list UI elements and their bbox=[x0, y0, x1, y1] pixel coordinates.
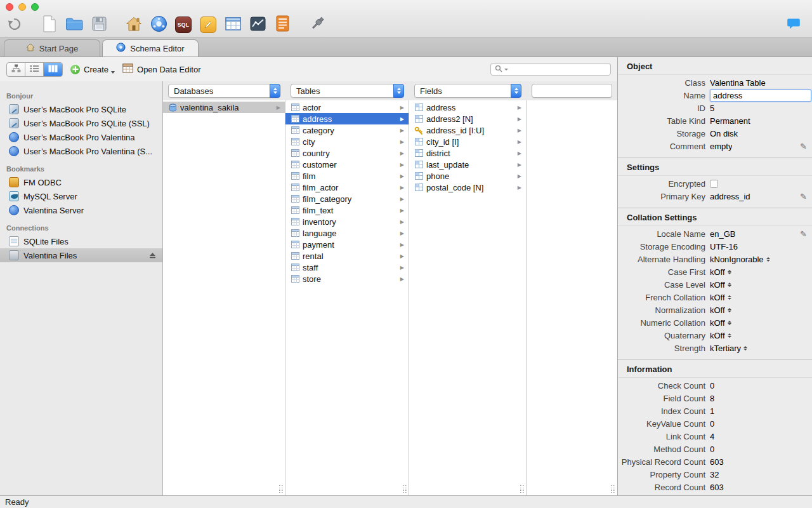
column-resize-grip[interactable] bbox=[520, 485, 525, 493]
sql-editor-button[interactable]: SQL bbox=[174, 15, 193, 35]
fields-dropdown[interactable]: Fields bbox=[414, 84, 521, 98]
sidebar-item-user-s-macbook-pro-sqlite[interactable]: User’s MacBook Pro SQLite bbox=[0, 102, 162, 116]
fields-row-phone[interactable]: phone▶ bbox=[409, 170, 526, 182]
inspector-row-value-area: 603 bbox=[710, 483, 724, 492]
inspector-row-label: Link Count bbox=[618, 432, 705, 441]
save-button[interactable] bbox=[89, 15, 108, 35]
databases-dropdown[interactable]: Databases bbox=[168, 84, 280, 98]
object-inspector: ObjectClassValentina TableNameID5Table K… bbox=[617, 57, 812, 495]
table-icon bbox=[291, 241, 299, 249]
inspector-row-value-area: kNonIgnorable bbox=[710, 255, 770, 264]
field-icon bbox=[414, 172, 423, 180]
fields-row-address2-n[interactable]: address2 [N]▶ bbox=[409, 113, 526, 124]
close-window-button[interactable] bbox=[6, 3, 13, 11]
tables-row-payment[interactable]: payment▶ bbox=[285, 239, 409, 250]
tables-row-category[interactable]: category▶ bbox=[285, 124, 409, 136]
list-view-button[interactable] bbox=[25, 63, 44, 76]
select-stepper-icon[interactable] bbox=[728, 295, 731, 300]
sidebar-item-user-s-macbook-pro-sqlite-ssl[interactable]: User’s MacBook Pro SQLite (SSL) bbox=[0, 116, 162, 130]
tables-row-country[interactable]: country▶ bbox=[285, 147, 409, 159]
select-stepper-icon[interactable] bbox=[728, 270, 731, 274]
inspector-row-value-area: kOff bbox=[710, 305, 731, 315]
tables-row-address[interactable]: address▶ bbox=[285, 113, 409, 124]
tables-row-language[interactable]: language▶ bbox=[285, 227, 409, 239]
select-stepper-icon[interactable] bbox=[728, 321, 731, 325]
search-input[interactable] bbox=[510, 65, 606, 74]
sidebar-item-sqlite-files[interactable]: SQLite Files bbox=[0, 234, 162, 248]
sql-label: SQL bbox=[178, 22, 189, 28]
tables-row-store[interactable]: store▶ bbox=[285, 273, 409, 284]
chart-button[interactable] bbox=[248, 15, 267, 35]
report-button[interactable] bbox=[273, 15, 292, 35]
edit-pencil-icon[interactable]: ✎ bbox=[800, 230, 807, 238]
schema-editor-button[interactable] bbox=[149, 15, 168, 35]
dropdown-stepper-icon[interactable] bbox=[393, 84, 404, 98]
name-input[interactable] bbox=[710, 90, 811, 102]
databases-row-valentina-sakila[interactable]: valentina_sakila▶ bbox=[163, 102, 285, 113]
fields-row-postal-code-n[interactable]: postal_code [N]▶ bbox=[409, 182, 526, 193]
connect-button[interactable] bbox=[308, 15, 327, 35]
feedback-button[interactable] bbox=[784, 15, 803, 35]
sql-editor-icon: SQL bbox=[175, 17, 192, 33]
sidebar-item-mysql-server[interactable]: MySQL Server bbox=[0, 189, 162, 203]
eject-icon[interactable] bbox=[149, 252, 156, 259]
tables-row-rental[interactable]: rental▶ bbox=[285, 250, 409, 262]
fields-row-district[interactable]: district▶ bbox=[409, 147, 526, 159]
column-resize-grip[interactable] bbox=[279, 485, 284, 493]
traffic-lights bbox=[6, 3, 39, 11]
sidebar-item-valentina-server[interactable]: Valentina Server bbox=[0, 203, 162, 217]
tables-row-film[interactable]: film▶ bbox=[285, 170, 409, 182]
tables-row-customer[interactable]: customer▶ bbox=[285, 159, 409, 170]
tree-view-button[interactable] bbox=[7, 63, 25, 76]
select-stepper-icon[interactable] bbox=[728, 308, 731, 312]
column-resize-grip[interactable] bbox=[611, 485, 615, 493]
inspector-row-label: Case Level bbox=[618, 280, 705, 290]
sidebar-item-fm-odbc[interactable]: FM ODBC bbox=[0, 175, 162, 189]
dropdown-stepper-icon[interactable] bbox=[270, 84, 280, 98]
zoom-window-button[interactable] bbox=[31, 3, 39, 11]
sidebar-item-user-s-macbook-pro-valentina[interactable]: User’s MacBook Pro Valentina bbox=[0, 130, 162, 144]
columns-view-button[interactable] bbox=[44, 63, 62, 76]
open-data-editor-button[interactable]: Open Data Editor bbox=[122, 64, 200, 75]
open-folder-button[interactable] bbox=[65, 15, 84, 35]
tables-row-city[interactable]: city▶ bbox=[285, 136, 409, 147]
start-page-button[interactable] bbox=[124, 15, 143, 35]
search-field[interactable] bbox=[490, 63, 611, 76]
sidebar-item-user-s-macbook-pro-valentina-s[interactable]: User’s MacBook Pro Valentina (S... bbox=[0, 144, 162, 158]
extra-dropdown[interactable] bbox=[532, 84, 612, 98]
tables-row-film-text[interactable]: film_text▶ bbox=[285, 204, 409, 216]
edit-pencil-icon[interactable]: ✎ bbox=[800, 142, 807, 150]
tables-dropdown[interactable]: Tables bbox=[291, 84, 404, 98]
select-stepper-icon[interactable] bbox=[728, 283, 731, 287]
encrypted-checkbox[interactable] bbox=[710, 180, 718, 188]
sidebar-item-valentina-files[interactable]: Valentina Files bbox=[0, 248, 162, 262]
tables-row-film-category[interactable]: film_category▶ bbox=[285, 193, 409, 204]
select-stepper-icon[interactable] bbox=[743, 346, 747, 351]
tables-row-staff[interactable]: staff▶ bbox=[285, 262, 409, 273]
edit-pencil-icon[interactable]: ✎ bbox=[800, 192, 807, 201]
diagnose-button[interactable] bbox=[199, 15, 218, 35]
row-label: city_id [I] bbox=[426, 137, 514, 147]
fields-row-address[interactable]: address▶ bbox=[409, 102, 526, 113]
fields-row-city-id-i[interactable]: city_id [I]▶ bbox=[409, 136, 526, 147]
disclosure-arrow-icon: ▶ bbox=[400, 173, 404, 179]
table-view-button[interactable] bbox=[223, 15, 242, 35]
tables-row-actor[interactable]: actor▶ bbox=[285, 102, 409, 113]
dropdown-stepper-icon[interactable] bbox=[511, 84, 521, 98]
minimize-window-button[interactable] bbox=[18, 3, 26, 11]
tab-start-page[interactable]: Start Page bbox=[4, 39, 100, 57]
select-stepper-icon[interactable] bbox=[766, 257, 770, 262]
inspector-row-value: Permanent bbox=[710, 116, 750, 126]
select-stepper-icon[interactable] bbox=[728, 333, 731, 338]
field-icon bbox=[414, 138, 423, 146]
inspector-row-value: 603 bbox=[710, 483, 724, 492]
fields-row-address-id-i-u[interactable]: address_id [I:U]▶ bbox=[409, 124, 526, 136]
tables-row-film-actor[interactable]: film_actor▶ bbox=[285, 182, 409, 193]
tab-schema-editor[interactable]: Schema Editor bbox=[102, 39, 199, 57]
undo-button[interactable] bbox=[5, 15, 24, 35]
tables-row-inventory[interactable]: inventory▶ bbox=[285, 216, 409, 227]
fields-row-last-update[interactable]: last_update▶ bbox=[409, 159, 526, 170]
column-resize-grip[interactable] bbox=[403, 485, 407, 493]
new-document-button[interactable] bbox=[40, 15, 59, 35]
create-button[interactable]: Create bbox=[70, 65, 115, 74]
